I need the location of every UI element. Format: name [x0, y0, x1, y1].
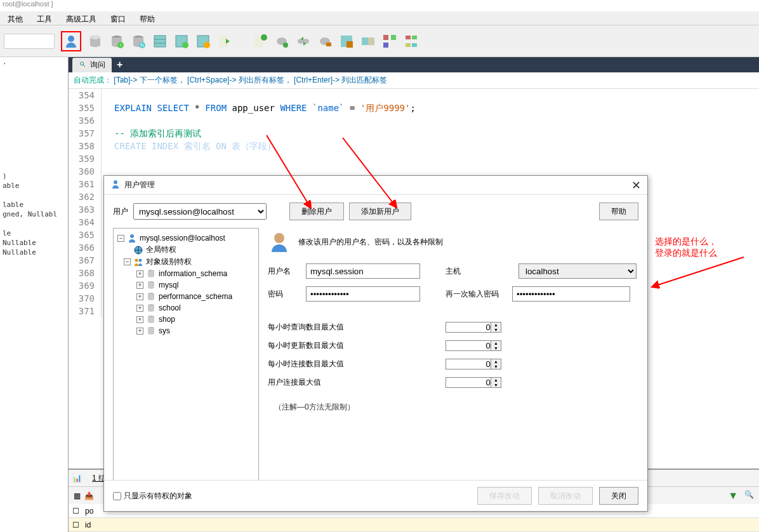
limit3-input[interactable] — [446, 359, 491, 369]
delete-user-button[interactable]: 删除用户 — [289, 203, 344, 220]
db-icon-1[interactable] — [88, 34, 103, 49]
close-icon[interactable]: ✕ — [631, 178, 641, 192]
svg-rect-31 — [383, 43, 388, 48]
query-tab[interactable]: 询问 — [72, 58, 112, 72]
user-select-label: 用户 — [113, 206, 128, 217]
db-icon-3[interactable]: ↻ — [131, 34, 146, 49]
menu-other[interactable]: 其他 — [5, 13, 25, 23]
svg-text:↑: ↑ — [119, 43, 122, 48]
grid-icon[interactable]: ▦ — [74, 491, 81, 500]
icon-execute[interactable] — [217, 34, 232, 49]
db-icon-2[interactable]: ↑ — [109, 34, 124, 49]
icon-sync[interactable] — [296, 34, 311, 49]
expander-icon[interactable]: + — [136, 328, 143, 335]
cancel-button: 取消改动 — [538, 487, 593, 505]
menu-advanced[interactable]: 高级工具 — [63, 13, 99, 23]
user-form: 修改该用户的用户名、密码，以及各种限制 用户名 主机 localhost 密码 … — [268, 228, 638, 486]
user-manage-icon[interactable] — [63, 34, 79, 49]
tree-db-label[interactable]: information_schema — [159, 269, 227, 278]
autocomplete-hint: 自动完成： [Tab]-> 下一个标签， [Ctrl+Space]-> 列出所有… — [69, 72, 759, 89]
expander-icon[interactable]: − — [124, 258, 131, 265]
svg-rect-30 — [391, 35, 396, 40]
tree-db-label[interactable]: shop — [159, 315, 175, 324]
limit2-label: 每小时更新数目最大值 — [268, 340, 350, 351]
close-button[interactable]: 关闭 — [599, 487, 638, 505]
password2-input[interactable] — [512, 286, 630, 302]
svg-rect-29 — [383, 35, 388, 40]
icon-f[interactable] — [382, 34, 397, 49]
filter-icon[interactable]: ▼ — [728, 490, 738, 502]
svg-rect-27 — [362, 37, 368, 45]
svg-point-39 — [114, 180, 117, 184]
user-select[interactable]: mysql.session@localhost — [133, 203, 267, 220]
username-input[interactable] — [306, 263, 420, 279]
tree-db-label[interactable]: performance_schema — [159, 292, 232, 301]
menu-tools[interactable]: 工具 — [34, 13, 55, 23]
spin-up-icon[interactable]: ▲ — [491, 359, 501, 364]
tree-global-label[interactable]: 全局特权 — [146, 244, 176, 255]
db-icon — [146, 326, 156, 336]
expander-icon[interactable]: + — [136, 316, 143, 323]
spin-down-icon[interactable]: ▼ — [491, 364, 501, 369]
expander-icon[interactable]: + — [136, 293, 143, 300]
query-tab-icon — [79, 60, 88, 69]
form-header-text: 修改该用户的用户名、密码，以及各种限制 — [298, 237, 443, 248]
search-result-icon[interactable]: 🔍 — [744, 490, 754, 502]
table-icon-3[interactable] — [195, 34, 211, 49]
icon-b[interactable] — [274, 34, 289, 49]
svg-point-18 — [261, 34, 267, 41]
svg-rect-24 — [326, 43, 331, 46]
new-tab-button[interactable]: + — [112, 59, 128, 70]
menu-bar: 其他 工具 高级工具 窗口 帮助 — [0, 11, 759, 25]
spin-up-icon[interactable]: ▲ — [491, 378, 501, 383]
svg-point-2 — [90, 36, 100, 39]
query-tab-label: 询问 — [90, 60, 105, 70]
db-icon — [146, 314, 156, 324]
limit1-label: 每小时查询数目最大值 — [268, 322, 350, 333]
tree-object-label[interactable]: 对象级别特权 — [146, 256, 192, 267]
password-input[interactable] — [306, 286, 420, 302]
svg-text:↻: ↻ — [140, 43, 145, 48]
spin-down-icon[interactable]: ▼ — [491, 346, 501, 351]
icon-g[interactable] — [404, 34, 419, 49]
limit2-input[interactable] — [446, 341, 491, 350]
add-user-button[interactable]: 添加新用户 — [349, 203, 411, 220]
expander-icon[interactable]: + — [136, 270, 143, 277]
spin-down-icon[interactable]: ▼ — [491, 383, 501, 388]
username-label: 用户名 — [268, 266, 300, 277]
spin-up-icon[interactable]: ▲ — [491, 323, 501, 328]
db-icon — [146, 280, 156, 290]
tree-db-label[interactable]: school — [159, 303, 181, 312]
connection-dropdown[interactable] — [4, 34, 55, 49]
privilege-tree[interactable]: − mysql.session@localhost 全局特权 − 对象级别特权 … — [113, 228, 259, 486]
limit4-input[interactable] — [446, 378, 491, 387]
spin-up-icon[interactable]: ▲ — [491, 341, 501, 346]
svg-point-42 — [135, 258, 138, 262]
user-icon — [127, 233, 137, 243]
limit1-input[interactable] — [446, 323, 491, 332]
tree-root-label: mysql.session@localhost — [140, 234, 225, 243]
table-icon-2[interactable] — [174, 34, 189, 49]
menu-help[interactable]: 帮助 — [137, 13, 157, 23]
expander-icon[interactable]: + — [136, 282, 143, 289]
left-schema-panel: . ) able lable gned, Nullabl le Nullable… — [0, 57, 69, 532]
db-icon — [146, 291, 156, 302]
svg-point-50 — [274, 233, 284, 243]
tree-db-label[interactable]: sys — [159, 326, 170, 335]
host-select[interactable]: localhost — [518, 263, 637, 279]
expander-icon[interactable]: + — [136, 305, 143, 312]
table-icon-1[interactable] — [152, 34, 168, 49]
icon-a[interactable] — [253, 34, 268, 49]
spin-down-icon[interactable]: ▼ — [491, 328, 501, 333]
icon-d[interactable] — [339, 34, 354, 49]
help-button[interactable]: 帮助 — [599, 203, 638, 220]
menu-window[interactable]: 窗口 — [108, 13, 128, 23]
tree-db-label[interactable]: mysql — [159, 281, 178, 289]
host-label: 主机 — [446, 266, 477, 277]
expander-icon[interactable]: − — [117, 235, 124, 242]
db-icon — [146, 269, 156, 279]
show-priv-checkbox[interactable]: 只显示有特权的对象 — [113, 491, 192, 502]
icon-e[interactable] — [360, 34, 376, 49]
export-icon[interactable]: 📤 — [84, 491, 94, 500]
icon-c[interactable] — [317, 34, 333, 49]
